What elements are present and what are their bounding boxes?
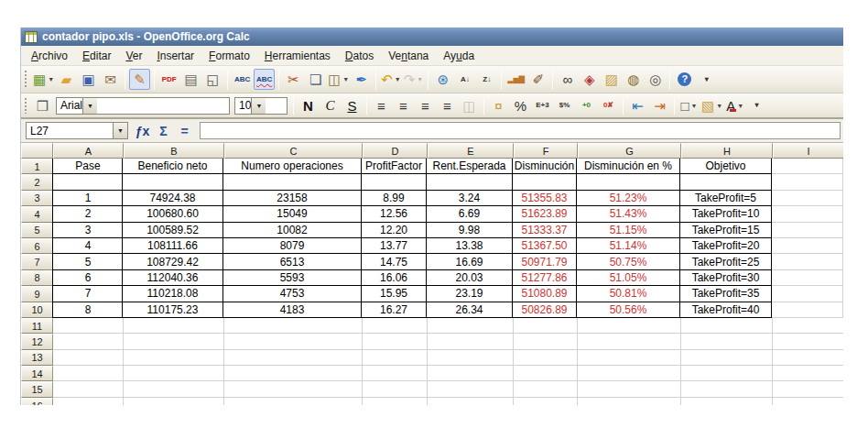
- row-header-15[interactable]: 15: [21, 381, 53, 397]
- cell-D16[interactable]: [363, 398, 428, 405]
- open-button[interactable]: ▰: [56, 69, 77, 90]
- format-paintbrush-button[interactable]: ✒: [351, 69, 372, 90]
- cell-D11[interactable]: [363, 318, 428, 334]
- cell-B12[interactable]: [124, 334, 224, 349]
- cell-E15[interactable]: [428, 381, 514, 397]
- cell-I1[interactable]: [772, 159, 843, 174]
- function-button[interactable]: =: [174, 122, 195, 140]
- align-right-button[interactable]: ≡: [415, 95, 436, 116]
- increase-indent-button[interactable]: ⇥: [649, 95, 670, 116]
- cell-D2[interactable]: [362, 174, 427, 190]
- cell-D3[interactable]: 8.99: [362, 191, 427, 206]
- font-name-combo[interactable]: Arial ▼: [56, 97, 230, 115]
- cell-F1[interactable]: Disminución: [513, 159, 577, 174]
- cell-D4[interactable]: 12.56: [362, 206, 427, 222]
- cell-C11[interactable]: [224, 318, 363, 334]
- cell-G14[interactable]: [578, 366, 681, 381]
- save-button[interactable]: ▣: [78, 69, 99, 90]
- autospellcheck-button[interactable]: ABC: [254, 69, 275, 90]
- cell-G16[interactable]: [578, 398, 681, 405]
- cell-G7[interactable]: 50.75%: [577, 254, 680, 269]
- cell-F6[interactable]: 51367.50: [513, 238, 577, 254]
- cell-I10[interactable]: [772, 302, 843, 318]
- cell-C2[interactable]: [223, 174, 362, 190]
- cell-E1[interactable]: Rent. Esperada: [427, 159, 513, 174]
- column-header-F[interactable]: F: [514, 143, 578, 159]
- cell-H3[interactable]: TakeProfit=5: [680, 191, 772, 206]
- cell-I11[interactable]: [773, 318, 843, 334]
- cell-G2[interactable]: [577, 174, 680, 190]
- borders-button[interactable]: □▼: [678, 95, 700, 116]
- cut-button[interactable]: ✂: [283, 69, 304, 90]
- cell-B16[interactable]: [124, 398, 224, 405]
- chevron-down-icon[interactable]: ▼: [82, 98, 97, 114]
- menu-archivo[interactable]: Archivo: [24, 47, 75, 65]
- cell-I8[interactable]: [772, 270, 843, 286]
- cell-E2[interactable]: [427, 174, 513, 190]
- cell-E5[interactable]: 9.98: [427, 223, 513, 238]
- copy-button[interactable]: ❏: [305, 69, 326, 90]
- cell-H5[interactable]: TakeProfit=15: [680, 223, 772, 238]
- menu-ventana[interactable]: Ventana: [381, 47, 436, 65]
- new-document-button[interactable]: ▦▼: [32, 69, 55, 90]
- gallery-button[interactable]: ▨: [601, 69, 622, 90]
- cell-A6[interactable]: 4: [52, 238, 123, 254]
- cell-C10[interactable]: 4183: [223, 302, 362, 318]
- cell-H9[interactable]: TakeProfit=35: [680, 286, 772, 302]
- cell-C3[interactable]: 23158: [223, 191, 362, 206]
- cell-D6[interactable]: 13.77: [362, 238, 427, 254]
- cell-F16[interactable]: [514, 398, 578, 405]
- function-wizard-button[interactable]: ƒx: [132, 122, 153, 140]
- row-header-14[interactable]: 14: [21, 366, 53, 381]
- cell-F7[interactable]: 50971.79: [513, 254, 577, 269]
- align-justified-button[interactable]: ≡: [437, 95, 458, 116]
- row-header-11[interactable]: 11: [21, 318, 53, 334]
- add-decimal-button[interactable]: +0: [576, 95, 597, 116]
- cell-A7[interactable]: 5: [52, 254, 123, 269]
- cell-H6[interactable]: TakeProfit=20: [680, 238, 772, 254]
- column-header-C[interactable]: C: [224, 143, 363, 159]
- cell-H12[interactable]: [681, 334, 773, 349]
- cell-A15[interactable]: [53, 381, 124, 397]
- cell-I15[interactable]: [773, 381, 843, 397]
- font-size-combo[interactable]: 10 ▼: [234, 97, 288, 115]
- cell-C13[interactable]: [224, 350, 363, 366]
- cell-B11[interactable]: [124, 318, 224, 334]
- data-sources-button[interactable]: ◍: [623, 69, 644, 90]
- cell-G3[interactable]: 51.23%: [577, 191, 680, 206]
- cell-H8[interactable]: TakeProfit=30: [680, 270, 772, 286]
- cell-D13[interactable]: [363, 350, 428, 366]
- navigator-button[interactable]: ◈: [579, 69, 600, 90]
- cell-E9[interactable]: 23.19: [427, 286, 513, 302]
- cell-C4[interactable]: 15049: [223, 206, 362, 222]
- chevron-down-icon[interactable]: ▼: [691, 103, 698, 109]
- edit-file-button[interactable]: ✎: [129, 69, 150, 90]
- formula-input[interactable]: [200, 122, 841, 139]
- cell-G11[interactable]: [578, 318, 681, 334]
- cell-I12[interactable]: [773, 334, 843, 349]
- cell-B4[interactable]: 100680.60: [123, 206, 223, 222]
- cell-I7[interactable]: [772, 254, 843, 269]
- cell-D9[interactable]: 15.95: [362, 286, 427, 302]
- cell-H11[interactable]: [681, 318, 773, 334]
- column-header-A[interactable]: A: [53, 143, 124, 159]
- cell-H10[interactable]: TakeProfit=40: [680, 302, 772, 318]
- font-color-button[interactable]: A▼: [724, 95, 745, 116]
- chevron-down-icon[interactable]: ▼: [251, 98, 266, 114]
- row-header-12[interactable]: 12: [21, 334, 53, 349]
- italic-button[interactable]: C: [320, 95, 341, 116]
- decrease-indent-button[interactable]: ⇤: [627, 95, 648, 116]
- cell-E14[interactable]: [428, 366, 514, 381]
- cell-F4[interactable]: 51623.89: [513, 206, 577, 222]
- chevron-down-icon[interactable]: ▼: [395, 76, 401, 82]
- cell-C7[interactable]: 6513: [223, 254, 362, 269]
- cell-D8[interactable]: 16.06: [362, 270, 427, 286]
- row-header-8[interactable]: 8: [21, 270, 53, 286]
- select-all-corner[interactable]: [21, 143, 53, 159]
- cell-B13[interactable]: [124, 350, 224, 366]
- menu-editar[interactable]: Editar: [75, 47, 118, 65]
- cell-I4[interactable]: [772, 206, 843, 222]
- cell-C9[interactable]: 4753: [223, 286, 362, 302]
- chevron-down-icon[interactable]: ▼: [113, 123, 127, 138]
- find-replace-button[interactable]: ∞: [557, 69, 578, 90]
